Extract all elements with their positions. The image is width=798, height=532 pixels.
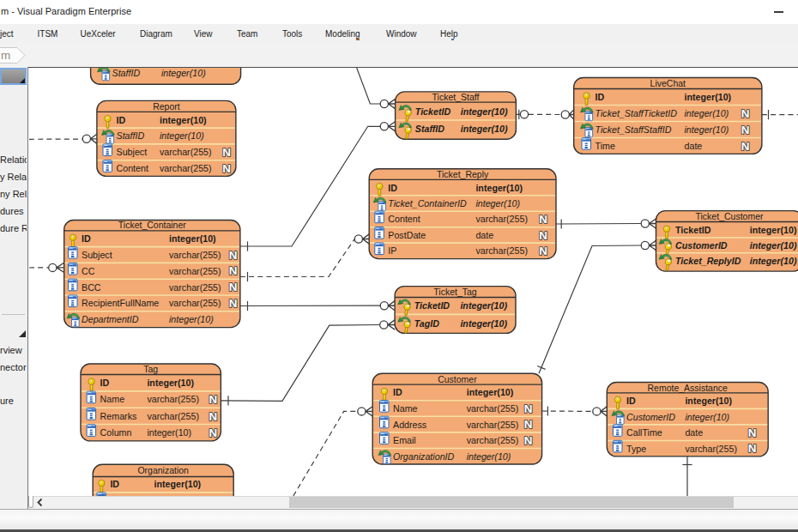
svg-text:integer(10): integer(10) (460, 300, 507, 311)
svg-text:N: N (229, 297, 238, 310)
svg-text:N: N (741, 140, 750, 153)
svg-text:CustomerID: CustomerID (626, 412, 675, 422)
svg-text:StaffID: StaffID (117, 130, 145, 141)
svg-text:m: m (1, 49, 10, 62)
svg-text:varchar(255): varchar(255) (475, 214, 528, 224)
svg-text:varchar(255): varchar(255) (467, 435, 519, 445)
svg-text:N: N (524, 434, 533, 447)
svg-text:N: N (741, 107, 750, 120)
svg-text:Tag: Tag (143, 364, 158, 374)
svg-text:CallTime: CallTime (626, 427, 662, 438)
svg-text:ID: ID (388, 183, 397, 193)
svg-text:integer(10): integer(10) (475, 198, 520, 209)
svg-text:integer(10): integer(10) (750, 256, 797, 266)
svg-text:varchar(255): varchar(255) (475, 245, 528, 256)
svg-text:Content: Content (117, 163, 148, 173)
svg-text:integer(10): integer(10) (169, 233, 216, 244)
svg-text:ID: ID (110, 479, 119, 489)
svg-text:ID: ID (100, 378, 110, 388)
svg-text:integer(10): integer(10) (685, 124, 729, 135)
svg-text:Address: Address (393, 420, 426, 430)
svg-text:Organization: Organization (137, 465, 189, 475)
svg-text:Ticket_StaffTicketID: Ticket_StaffTicketID (595, 108, 678, 118)
svg-text:integer(10): integer(10) (160, 115, 207, 125)
svg-text:N: N (741, 124, 750, 136)
svg-text:DepartmentID: DepartmentID (82, 314, 139, 324)
svg-text:varchar(255): varchar(255) (169, 250, 221, 260)
svg-text:date: date (685, 141, 703, 151)
svg-text:ID: ID (117, 115, 126, 125)
svg-text:varchar(255): varchar(255) (169, 298, 221, 308)
svg-text:date: date (475, 230, 493, 240)
svg-text:integer(10): integer(10) (467, 451, 511, 462)
svg-text:N: N (209, 410, 217, 423)
svg-text:integer(10): integer(10) (147, 378, 194, 388)
svg-text:Type: Type (626, 444, 646, 454)
svg-text:N: N (539, 229, 547, 242)
svg-text:varchar(255): varchar(255) (169, 282, 221, 293)
svg-text:Name: Name (100, 394, 125, 404)
svg-text:N: N (524, 402, 533, 415)
svg-text:integer(10): integer(10) (147, 427, 191, 438)
svg-text:integer(10): integer(10) (685, 396, 732, 406)
svg-text:integer(10): integer(10) (154, 479, 202, 489)
svg-text:RecipientFullName: RecipientFullName (82, 298, 159, 308)
svg-text:Ticket_StaffStaffID: Ticket_StaffStaffID (595, 124, 672, 135)
svg-text:N: N (229, 281, 238, 293)
svg-text:N: N (222, 146, 231, 159)
svg-text:Time: Time (595, 141, 615, 151)
svg-text:PostDate: PostDate (388, 230, 426, 240)
svg-text:N: N (209, 426, 217, 439)
svg-text:integer(10): integer(10) (467, 387, 514, 397)
svg-text:N: N (539, 245, 547, 257)
svg-text:TicketID: TicketID (675, 225, 711, 235)
svg-text:N: N (229, 249, 238, 262)
svg-text:varchar(255): varchar(255) (467, 403, 519, 414)
svg-text:varchar(255): varchar(255) (147, 394, 199, 404)
svg-text:Email: Email (393, 435, 416, 445)
svg-text:integer(10): integer(10) (461, 124, 508, 134)
svg-text:varchar(255): varchar(255) (160, 147, 212, 157)
svg-text:Ticket_Tag: Ticket_Tag (433, 287, 477, 297)
svg-text:Ticket_Staff: Ticket_Staff (432, 92, 480, 102)
svg-text:Remarks: Remarks (100, 411, 137, 421)
svg-text:N: N (222, 162, 231, 175)
svg-text:OrganizationID: OrganizationID (393, 451, 455, 462)
svg-text:ID: ID (595, 92, 605, 102)
svg-text:ID: ID (82, 233, 91, 244)
svg-text:Customer: Customer (438, 374, 477, 384)
svg-text:IP: IP (388, 245, 396, 256)
svg-text:BCC: BCC (82, 282, 101, 293)
svg-text:StaffID: StaffID (415, 124, 445, 134)
svg-text:integer(10): integer(10) (160, 130, 204, 141)
svg-text:Name: Name (393, 403, 418, 414)
svg-text:StaffID: StaffID (112, 68, 141, 78)
svg-text:TagID: TagID (414, 318, 440, 329)
svg-text:integer(10): integer(10) (475, 183, 523, 193)
svg-text:Ticket_Container: Ticket_Container (118, 220, 186, 230)
svg-text:integer(10): integer(10) (750, 225, 797, 235)
svg-text:Column: Column (100, 427, 132, 438)
svg-text:Remote_Assistance: Remote_Assistance (648, 383, 728, 393)
svg-text:N: N (229, 264, 238, 277)
svg-text:Ticket_ContainerID: Ticket_ContainerID (388, 198, 467, 209)
svg-text:integer(10): integer(10) (685, 92, 732, 102)
svg-text:N: N (748, 426, 757, 439)
svg-text:Ticket_Customer: Ticket_Customer (696, 211, 764, 221)
svg-text:TicketID: TicketID (415, 106, 451, 117)
svg-text:integer(10): integer(10) (685, 108, 729, 118)
svg-text:N: N (209, 393, 217, 406)
svg-text:integer(10): integer(10) (161, 68, 206, 78)
svg-text:Ticket_ReplyID: Ticket_ReplyID (675, 256, 741, 266)
svg-text:varchar(255): varchar(255) (147, 411, 199, 421)
svg-text:integer(10): integer(10) (461, 106, 508, 117)
svg-text:varchar(255): varchar(255) (160, 163, 212, 173)
svg-text:varchar(255): varchar(255) (685, 444, 737, 454)
svg-text:integer(10): integer(10) (169, 314, 214, 324)
svg-text:Report: Report (153, 101, 180, 112)
svg-text:integer(10): integer(10) (750, 240, 797, 251)
svg-text:varchar(255): varchar(255) (467, 420, 519, 430)
svg-text:Subject: Subject (117, 147, 148, 157)
svg-text:TicketID: TicketID (414, 300, 450, 311)
svg-text:N: N (524, 418, 533, 431)
